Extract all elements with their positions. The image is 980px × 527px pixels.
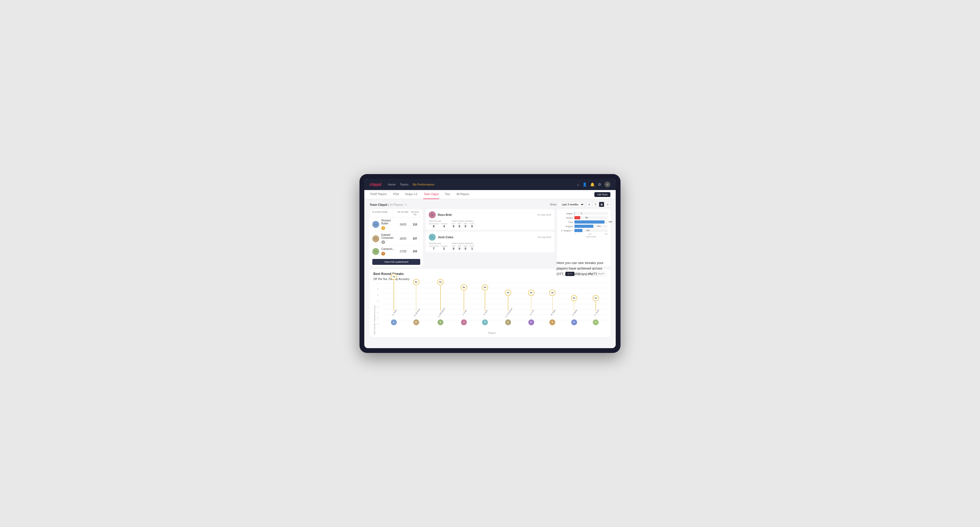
nav-teams[interactable]: Teams [400, 183, 409, 186]
bar-value: 3 [581, 212, 582, 215]
pc-stats-josh: Total Rounds Tournament 7 Practice [429, 242, 551, 250]
person-icon[interactable]: 👤 [582, 182, 587, 187]
tab-tour[interactable]: Tour [444, 190, 450, 199]
streak-line [574, 302, 574, 311]
player-card-josh: JC Josh Coles 26 Aug 2023 Total Rounds T… [426, 232, 554, 252]
tab-team-clippd[interactable]: Team Clippd [423, 190, 439, 199]
streaks-title: Best Round Streaks [373, 272, 404, 276]
player-name-label: E. Crossman [505, 307, 513, 317]
settings-icon[interactable]: ⚙ [598, 182, 601, 187]
streaks-chart: 765432107xE. EbertE6xB. McHergB6xD. Bill… [377, 283, 607, 330]
tournament-label-rees: Tournament [429, 223, 439, 225]
player-info-3: Cameron... 3 [381, 248, 396, 256]
tab-pgat[interactable]: PGAT Players [370, 190, 387, 199]
streak-bubble: 7x [391, 274, 397, 280]
chart-avatar: D [438, 319, 444, 325]
bar-row: D. Bogeys +131 [560, 229, 608, 232]
col-pb-score: PB SCORE [396, 211, 410, 216]
y-tick: 4 [377, 300, 383, 302]
col-pb-avg: PB AVG SQ [410, 211, 420, 216]
chart-avatar: C [593, 319, 599, 325]
player-name-label: R. Butler [572, 309, 578, 316]
add-team-button[interactable]: Add Team [594, 192, 610, 197]
player-pb-score-2: 18/20 [396, 237, 410, 240]
bar-wrap: 311 [574, 225, 608, 228]
streak-line [485, 291, 485, 311]
card-view-btn[interactable]: ▦ [599, 202, 604, 207]
streaks-subtitle: Off The Tee, Fairway Accuracy [373, 278, 607, 281]
chart-col: 4xE. CrossmanE [503, 290, 514, 325]
streak-bubble: 6x [437, 279, 444, 285]
avatar[interactable]: U [605, 181, 610, 187]
player-avatar-3: Ca [372, 248, 379, 255]
pc-stats-rees: Total Rounds Tournament 8 Practice [429, 220, 551, 228]
team-controls: Show Last 3 months ⊞ ☰ ▦ ⊟ [550, 202, 610, 207]
badge-3: 3 [381, 252, 385, 256]
y-tick: 3 [377, 306, 383, 308]
chart-columns: 7xE. EbertE6xB. McHergB6xD. BillinghamD5… [383, 283, 607, 325]
player-name-2: Edward Crossman [381, 233, 396, 239]
list-view-btn[interactable]: ☰ [593, 202, 598, 207]
bar-row: Eagles3 [560, 212, 608, 215]
chart-col: 5xJ. ColesJ [460, 284, 467, 325]
chart-col: 3xC. QuickC [592, 295, 600, 325]
chart-avatar: E [505, 319, 511, 325]
bar-row: Birdies96 [560, 216, 608, 219]
nav-right: ⌕ 👤 🔔 ⚙ U [577, 181, 610, 187]
player-name-label: R. Britt [483, 310, 488, 316]
streak-line [440, 286, 441, 311]
y-tick: 2 [377, 312, 383, 314]
table-row: Ca Cameron... 3 17/20 103 [370, 246, 423, 257]
leaderboard-panel: PLAYER NAME PB SCORE PB AVG SQ RB Richar… [370, 209, 423, 267]
chart-col: 5xR. BrittR [482, 284, 488, 325]
chart-col: 6xD. BillinghamD [435, 279, 446, 325]
player-name-label: D. Ford [530, 309, 535, 316]
pc-date-rees: 02 Sep 2023 [538, 213, 551, 216]
axis-label: 0 [574, 233, 576, 235]
chart-col: 7xE. EbertE [390, 274, 397, 325]
nav-my-performance[interactable]: My Performance [413, 183, 434, 186]
team-title: Team Clippd | 14 Players ✎ [370, 203, 407, 206]
streak-line [394, 281, 394, 311]
streak-bubble: 3x [593, 295, 599, 301]
grid-view-btn[interactable]: ⊞ [587, 202, 592, 207]
show-label: Show [550, 203, 557, 206]
pc-name-josh: Josh Coles [438, 236, 536, 239]
total-rounds-label: Total Rounds [429, 220, 447, 222]
search-icon[interactable]: ⌕ [577, 182, 579, 187]
player-name-label: E. Ebert [392, 309, 397, 316]
bar-value: 131 [586, 229, 590, 232]
chart-inner: 765432107xE. EbertE6xB. McHergB6xD. Bill… [377, 283, 607, 334]
bar-label: Bogeys [560, 225, 574, 227]
tab-all-players[interactable]: All Players [456, 190, 469, 199]
nav-links: Home Teams My Performance [388, 183, 434, 186]
pc-name-rees: Rees Britt [438, 213, 536, 216]
view-leaderboard-button[interactable]: View Full Leaderboard [372, 259, 420, 265]
col-player-name: PLAYER NAME [372, 211, 396, 216]
streak-line [416, 286, 417, 311]
tournament-val-rees: 8 [429, 225, 439, 228]
player-pb-score-1: 19/20 [396, 223, 410, 226]
team-header: Team Clippd | 14 Players ✎ Show Last 3 m… [370, 202, 610, 207]
navbar: clippd Home Teams My Performance ⌕ 👤 🔔 ⚙… [364, 179, 616, 190]
player-pb-avg-1: 110 [410, 223, 420, 226]
y-tick: 6 [377, 288, 383, 290]
nav-home[interactable]: Home [388, 183, 396, 186]
bell-icon[interactable]: 🔔 [590, 182, 595, 187]
streak-line [464, 291, 464, 311]
bar-fill: 311 [574, 225, 593, 228]
bar-label: Birdies [560, 217, 574, 219]
tab-pga[interactable]: PGA [393, 190, 399, 199]
chart-avatar: E [391, 319, 397, 325]
player-name-3: Cameron... [381, 248, 396, 251]
player-cards-panel: RB Rees Britt 02 Sep 2023 Total Rounds T… [426, 209, 554, 267]
streak-bubble: 4x [505, 290, 511, 296]
tab-hcaps[interactable]: Hcaps 1-5 [405, 190, 418, 199]
table-view-btn[interactable]: ⊟ [605, 202, 610, 207]
tabs-left: PGAT Players PGA Hcaps 1-5 Team Clippd T… [370, 190, 469, 199]
edit-icon[interactable]: ✎ [405, 203, 407, 206]
period-select[interactable]: Last 3 months [559, 202, 584, 207]
player-name-label: B. McHerg [414, 308, 420, 316]
player-pb-score-3: 17/20 [396, 250, 410, 253]
chart-avatar: B [413, 319, 419, 325]
